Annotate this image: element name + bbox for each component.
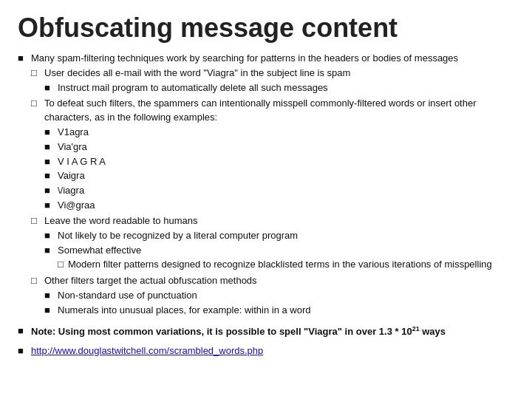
list-item: ■ Vi@graa [44,199,514,213]
bullet-icon: □ [31,214,44,228]
bullet-icon: ■ [44,126,58,140]
list-item: ■ Via'gra [44,140,514,154]
list-item: □ To defeat such filters, the spammers c… [31,97,514,214]
bullet-icon: ■ [44,244,58,258]
bullet-icon: ■ [44,184,58,198]
sub-item-1-3-text: Leave the word readable to humans [44,215,197,226]
content-area: ■ Many spam-filtering techniques work by… [18,52,514,358]
sub-sub-list-1-3: ■ Not likely to be recognized by a liter… [44,229,514,273]
sub-item-1-2-text: To defeat such filters, the spammers can… [44,98,477,123]
sub-item-1-4-text: Other filters target the actual obfuscat… [44,275,257,286]
bullet-icon: □ [31,274,44,288]
note-text: Note: Using most common variations, it i… [31,326,446,337]
main-item-1-text: Many spam-filtering techniques work by s… [31,52,458,64]
list-item: ■ \/iagra [44,184,514,198]
bullet-icon: ■ [44,199,58,213]
bullet-icon: □ [58,258,68,272]
bullet-icon: ■ [18,52,31,66]
list-item: ■ Instruct mail program to automatically… [44,81,514,95]
bullet-icon: ■ [44,81,58,95]
bullet-icon: ■ [44,289,58,303]
list-item-note: ■ Note: Using most common variations, it… [18,324,514,339]
main-list: ■ Many spam-filtering techniques work by… [18,52,514,358]
sub-sub-sub-list: □ Modern filter patterns designed to rec… [58,258,514,272]
sub-item-1-1-text: User decides all e-mail with the word "V… [44,67,350,78]
bullet-icon: □ [31,97,44,111]
list-item-link: ■ http://www.douglastwitchell.com/scramb… [18,344,514,358]
list-item: □ Leave the word readable to humans ■ No… [31,214,514,273]
sub-sub-list-1-2: ■ V1agra ■ Via'gra [44,126,514,213]
bullet-icon: ■ [44,229,58,243]
list-item: □ User decides all e-mail with the word … [31,66,514,96]
bullet-icon: ■ [18,324,31,338]
list-item: ■ Non-standard use of punctuation [44,289,514,303]
bullet-icon: ■ [44,304,58,318]
sub-sub-item-text: Instruct mail program to automatically d… [58,82,328,93]
somewhat-effective-text: Somewhat effective [58,245,141,256]
bullet-icon: ■ [44,169,58,183]
page-title: Obfuscating message content [18,13,514,43]
list-item: ■ Vaigra [44,169,514,183]
bullet-icon: ■ [44,140,58,154]
sub-sub-list-1-4: ■ Non-standard use of punctuation ■ Nume… [44,289,514,318]
bullet-icon: ■ [18,344,31,358]
list-item: ■ Numerals into unusual places, for exam… [44,304,514,318]
bullet-icon: ■ [44,155,58,169]
list-item: ■ V I A G R A [44,155,514,169]
list-item: ■ Somewhat effective □ Modern filter pat… [44,244,514,273]
sub-sub-list-1-1: ■ Instruct mail program to automatically… [44,81,514,95]
external-link[interactable]: http://www.douglastwitchell.com/scramble… [31,345,263,356]
sub-list-1: □ User decides all e-mail with the word … [31,66,514,318]
bullet-icon: □ [31,66,44,81]
list-item: ■ Not likely to be recognized by a liter… [44,229,514,243]
list-item: □ Other filters target the actual obfusc… [31,274,514,318]
list-item: □ Modern filter patterns designed to rec… [58,258,514,272]
list-item: ■ Many spam-filtering techniques work by… [18,52,514,319]
list-item: ■ V1agra [44,126,514,140]
